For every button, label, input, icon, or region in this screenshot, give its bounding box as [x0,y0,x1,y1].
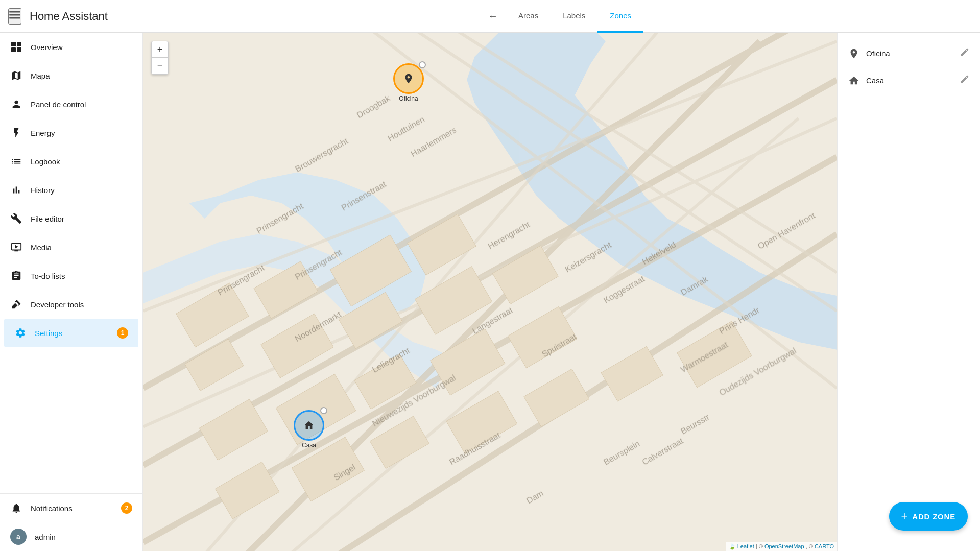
map-attribution: 🍃 Leaflet | © OpenStreetMap , © CARTO [726,542,837,551]
leaflet-link[interactable]: Leaflet [737,543,754,549]
person-icon [10,98,22,110]
sidebar-label-media: Media [31,243,132,252]
svg-text:Dam: Dam [525,488,545,506]
svg-text:Beursplein: Beursplein [602,439,641,467]
menu-button[interactable] [8,8,21,25]
sidebar-label-panel: Panel de control [31,100,132,109]
back-button[interactable]: ← [488,10,498,22]
top-bar: Home Assistant ← Areas Labels Zones [0,0,980,33]
bolt-icon [10,127,22,139]
sidebar-label-settings: Settings [35,329,109,338]
svg-text:Droogbak: Droogbak [355,93,392,120]
gear-icon [14,327,27,339]
svg-rect-3 [11,42,16,46]
nav-tabs: Areas Labels Zones [506,0,643,33]
sidebar-item-dev-tools[interactable]: Developer tools [0,290,142,319]
zoom-in-button[interactable]: + [152,41,168,58]
notifications-badge: 2 [121,502,132,514]
sidebar-item-panel[interactable]: Panel de control [0,90,142,118]
oficina-pin-circle [393,63,424,94]
sidebar-label-dev-tools: Developer tools [31,300,132,309]
sidebar-item-energy[interactable]: Energy [0,118,142,147]
sidebar-item-todo[interactable]: To-do lists [0,261,142,290]
zoom-out-button[interactable]: − [152,58,168,74]
right-panel: Oficina Casa [837,33,980,551]
sidebar-label-logbook: Logbook [31,157,132,166]
oficina-pin[interactable]: Oficina [393,63,424,102]
oficina-zone-icon [848,48,860,59]
map-zoom-controls: + − [151,41,169,75]
wrench-icon [10,212,22,225]
svg-text:Haarlemmers: Haarlemmers [409,125,458,158]
svg-rect-5 [11,47,16,52]
map-background: Houttuinen Droogbak Brouwersgracht Prins… [143,33,837,551]
sidebar-label-todo: To-do lists [31,272,132,280]
oficina-pin-label: Oficina [399,95,418,102]
top-bar-center: ← Areas Labels Zones [159,0,972,33]
svg-text:Open Havenfront: Open Havenfront [756,210,817,251]
settings-badge: 1 [117,327,128,339]
map-container[interactable]: Houttuinen Droogbak Brouwersgracht Prins… [143,33,837,551]
sidebar-label-overview: Overview [31,43,132,52]
svg-rect-4 [17,42,21,46]
zone-item-casa[interactable]: Casa [838,68,980,93]
clipboard-icon [10,270,22,282]
openstreetmap-link[interactable]: OpenStreetMap [764,543,804,549]
user-item[interactable]: a admin [0,522,142,551]
svg-text:Calverstraat: Calverstraat [640,436,685,467]
sidebar-label-file-editor: File editor [31,214,132,223]
add-zone-label: ADD ZONE [912,512,955,521]
user-label: admin [35,533,56,541]
play-icon [10,241,22,253]
map-svg: Houttuinen Droogbak Brouwersgracht Prins… [143,33,837,551]
sidebar-item-media[interactable]: Media [0,233,142,261]
user-avatar: a [10,529,27,545]
main-content: Overview Mapa Panel de control [0,33,980,551]
sidebar-label-mapa: Mapa [31,71,132,80]
app-title: Home Assistant [30,10,108,23]
oficina-edit-icon[interactable] [960,47,970,60]
hammer-icon [10,298,22,310]
sidebar-item-mapa[interactable]: Mapa [0,61,142,90]
casa-pin-label: Casa [302,442,316,449]
svg-rect-37 [524,369,589,426]
add-zone-button[interactable]: + ADD ZONE [889,502,968,531]
zone-item-oficina[interactable]: Oficina [838,41,980,66]
svg-text:Herengracht: Herengracht [486,220,532,251]
sidebar-item-overview[interactable]: Overview [0,33,142,61]
sidebar-label-history: History [31,186,132,195]
sidebar-item-notifications[interactable]: Notifications 2 [0,494,142,522]
casa-pin-circle [294,410,324,441]
casa-zone-icon [848,75,860,86]
sidebar-item-logbook[interactable]: Logbook [0,147,142,176]
casa-edit-icon[interactable] [960,74,970,87]
svg-rect-1 [9,14,20,16]
oficina-zone-name: Oficina [866,49,953,58]
carto-link[interactable]: CARTO [815,543,834,549]
sidebar-item-settings[interactable]: Settings 1 [4,319,138,347]
tab-zones[interactable]: Zones [597,0,643,33]
add-zone-plus-icon: + [901,510,909,523]
top-bar-left: Home Assistant [8,8,151,25]
casa-pin[interactable]: Casa [294,410,324,449]
bell-icon [10,502,22,514]
oficina-center-dot [419,61,426,68]
tab-areas[interactable]: Areas [506,0,551,33]
svg-rect-2 [9,17,20,19]
sidebar-item-file-editor[interactable]: File editor [0,204,142,233]
sidebar-label-energy: Energy [31,129,132,137]
app-container: Home Assistant ← Areas Labels Zones [0,0,980,551]
svg-text:Brouwersgracht: Brouwersgracht [294,136,350,174]
tab-labels[interactable]: Labels [551,0,597,33]
sidebar-label-notifications: Notifications [31,504,113,513]
casa-zone-name: Casa [866,76,953,85]
casa-center-dot [320,407,327,414]
bar-chart-icon [10,184,22,196]
svg-rect-0 [9,11,20,13]
map-icon [10,69,22,82]
sidebar-item-history[interactable]: History [0,176,142,204]
svg-text:Prinsengracht: Prinsengracht [255,201,305,236]
grid-icon [10,41,22,53]
svg-text:Keizersgracht: Keizersgracht [563,240,613,274]
svg-rect-28 [199,399,268,460]
